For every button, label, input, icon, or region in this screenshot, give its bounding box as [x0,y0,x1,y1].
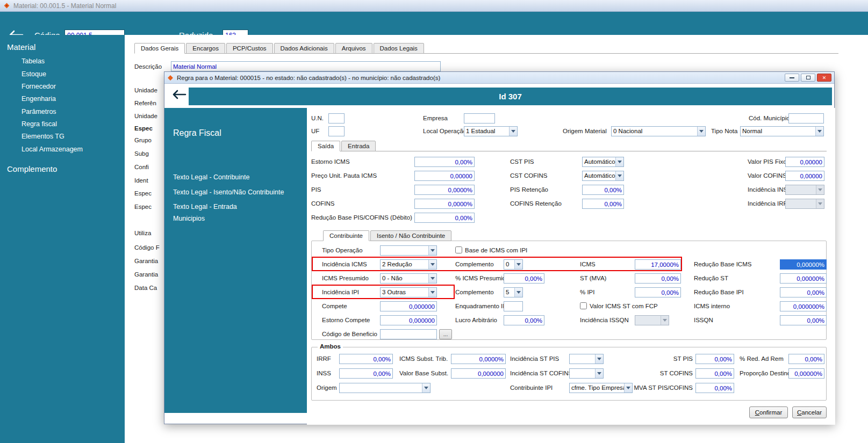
un-label: U.N. [311,115,324,121]
reducao-base-ipi-input[interactable] [780,287,827,297]
preco-unit-pauta-icms-input[interactable] [414,171,475,181]
issqn-input[interactable] [780,315,827,325]
sidebar-item-parametros[interactable]: Parâmetros [21,108,56,115]
pct-icms-presumido-label: % ICMS Presumido [455,275,509,281]
tab-arquivos[interactable]: Arquivos [335,43,372,54]
st-cofins-input[interactable] [695,368,734,379]
tab-encargos[interactable]: Encargos [186,43,225,54]
lucro-arbitrario-input[interactable] [504,315,544,325]
uf-input[interactable] [328,126,345,136]
sidebar-item-elementos-tg[interactable]: Elementos TG [21,133,64,140]
valor-pis-fixo-input[interactable] [785,157,824,167]
tab-isento-nao-contribuinte[interactable]: Isento / Não Contribuinte [370,230,451,241]
inss-input[interactable] [339,368,393,379]
icms-subst-trib-input[interactable] [451,354,506,364]
sidebar-item-local-armazenagem[interactable]: Local Armazenagem [21,146,83,153]
incidencia-inss-select[interactable] [785,185,824,195]
nav-item-municipios[interactable]: Municipios [173,215,205,222]
descricao-input[interactable] [171,61,441,71]
incidencia-icms-select[interactable]: 2 Redução [380,259,437,270]
valor-icms-st-fcp-checkbox[interactable] [580,302,587,309]
tab-pcp-custos[interactable]: PCP/Custos [226,43,273,54]
tab-contribuinte[interactable]: Contribuinte [323,230,369,241]
complemento-icms-select[interactable]: 0 [504,259,523,270]
origem-select[interactable] [339,383,431,393]
proporcao-destino-input[interactable] [788,368,824,379]
nav-item-texto-legal-contribuinte[interactable]: Texto Legal - Contribuinte [173,173,249,181]
base-icms-ipi-checkbox[interactable] [455,246,462,253]
st-mva-label: ST (MVA) [580,275,606,281]
sidebar-section-complemento[interactable]: Complemento [7,164,57,173]
codigo-beneficio-browse-button[interactable]: ... [439,329,452,339]
incidencia-st-pis-select[interactable] [569,354,604,364]
reducao-base-pis-cofins-input[interactable] [414,213,475,223]
tab-dados-gerais[interactable]: Dados Gerais [134,43,185,54]
cofins-input[interactable] [414,199,475,209]
empresa-input[interactable] [464,113,495,124]
incidencia-issqn-select[interactable] [635,315,669,325]
cancelar-button[interactable]: Cancelar [792,406,827,418]
incidencia-st-cofins-label: Incidência ST COFINS [510,370,572,376]
nav-item-texto-legal-entrada[interactable]: Texto Legal - Entrada [173,203,237,210]
incidencia-ipi-select[interactable]: 3 Outras [380,287,437,297]
cst-cofins-select[interactable]: Automático [582,171,624,181]
chevron-down-icon [509,127,517,136]
lucro-arbitrario-label: Lucro Arbitrário [455,317,497,323]
compete-input[interactable] [380,301,437,311]
st-mva-input[interactable] [635,273,681,284]
icms-subst-trib-label: ICMS Subst. Trib. [399,355,448,362]
reducao-st-input[interactable] [780,273,827,284]
icms-interno-input[interactable] [780,301,827,311]
un-input[interactable] [328,113,345,124]
contribuinte-ipi-select[interactable]: cfme. Tipo Empresa [569,383,633,393]
cod-municipio-label: Cód. Município [749,115,790,121]
maximize-button[interactable] [801,74,815,82]
clipped-label-unidade-2: Unidade [134,113,164,119]
icms-presumido-select[interactable]: 0 - Não [380,273,437,284]
sidebar-item-estoque[interactable]: Estoque [21,70,46,78]
modal-back-button[interactable] [171,90,186,101]
complemento-ipi-select[interactable]: 5 [504,287,523,297]
tab-entrada[interactable]: Entrada [341,141,376,151]
minimize-icon [790,77,794,78]
tab-dados-legais[interactable]: Dados Legais [374,43,424,54]
local-operacao-select[interactable]: 1 Estadual [464,126,518,136]
mva-st-pis-cofins-input[interactable] [695,383,734,393]
tipo-nota-select[interactable]: Normal [740,126,824,136]
sidebar-item-tabelas[interactable]: Tabelas [21,57,45,65]
reducao-base-ipi-label: Redução Base IPI [694,289,744,295]
pct-red-ad-rem-input[interactable] [788,354,824,364]
pct-icms-presumido-input[interactable] [504,273,544,284]
valor-cofins-fixo-input[interactable] [785,171,824,181]
pct-ipi-input[interactable] [635,287,681,297]
reducao-base-icms-input[interactable] [780,259,827,270]
clipped-label-unidade-1: Unidade [134,87,164,93]
enquadramento-ipi-input[interactable] [504,301,523,311]
tab-saida[interactable]: Saída [311,141,340,151]
nav-item-texto-legal-isento[interactable]: Texto Legal - Isento/Não Contribuinte [173,188,284,196]
st-cofins-label: ST COFINS [629,370,693,376]
cst-pis-select[interactable]: Automático [582,157,624,167]
codigo-beneficio-input[interactable] [380,329,437,339]
confirmar-button[interactable]: Confirmar [749,406,788,418]
pis-input[interactable] [414,185,475,195]
tab-dados-adicionais[interactable]: Dados Adicionais [274,43,334,54]
valor-base-subst-input[interactable] [451,368,506,379]
st-pis-input[interactable] [695,354,734,364]
estorno-compete-input[interactable] [380,315,437,325]
sidebar-item-engenharia[interactable]: Engenharia [21,95,56,103]
incidencia-st-cofins-select[interactable] [569,368,604,379]
cod-municipio-input[interactable] [788,113,824,124]
icms-input[interactable] [635,259,681,270]
sidebar-item-regra-fiscal[interactable]: Regra fiscal [21,120,57,128]
origem-material-select[interactable]: 0 Nacional [611,126,706,136]
irrf-input[interactable] [339,354,393,364]
tipo-operacao-select[interactable] [380,245,437,256]
estorno-icms-input[interactable] [414,157,475,167]
close-button[interactable] [817,74,831,82]
incidencia-irrf-select[interactable] [785,199,824,209]
minimize-button[interactable] [785,74,799,82]
sidebar-item-fornecedor[interactable]: Fornecedor [21,83,56,90]
cofins-retencao-input[interactable] [582,199,624,209]
pis-retencao-input[interactable] [582,185,624,195]
